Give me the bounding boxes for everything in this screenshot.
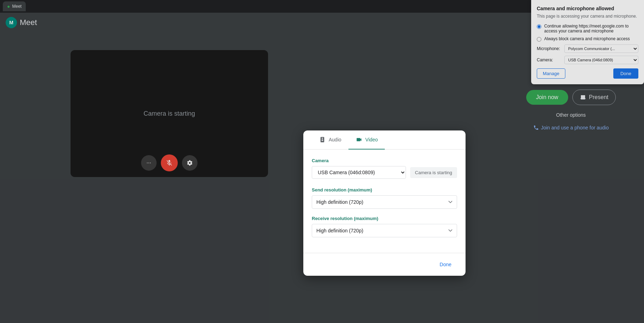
video-tab-icon — [356, 136, 363, 143]
tab-video[interactable]: Video — [348, 130, 385, 150]
settings-footer: Done — [303, 253, 466, 276]
camera-device-select[interactable]: USB Camera (046d:0809) — [312, 166, 406, 179]
camera-starting-badge: Camera is starting — [410, 167, 457, 178]
camera-section-label: Camera — [312, 158, 457, 163]
settings-done-button[interactable]: Done — [434, 259, 457, 270]
tab-video-label: Video — [365, 137, 378, 142]
settings-tabs: Audio Video — [303, 130, 466, 150]
receive-resolution-select[interactable]: High definition (720p) — [312, 224, 457, 237]
send-resolution-section: Send resolution (maximum) High definitio… — [312, 187, 457, 209]
send-resolution-label: Send resolution (maximum) — [312, 187, 457, 193]
receive-resolution-section: Receive resolution (maximum) High defini… — [312, 216, 457, 237]
audio-tab-icon — [319, 136, 326, 143]
camera-device-row: USB Camera (046d:0809) Camera is startin… — [312, 166, 457, 179]
tab-audio-label: Audio — [329, 137, 341, 142]
settings-body: Camera USB Camera (046d:0809) Camera is … — [303, 150, 466, 253]
tab-audio[interactable]: Audio — [312, 130, 348, 150]
settings-modal: Audio Video Camera USB Camera (046d:0809… — [303, 130, 466, 276]
receive-resolution-label: Receive resolution (maximum) — [312, 216, 457, 221]
send-resolution-select[interactable]: High definition (720p) — [312, 195, 457, 209]
